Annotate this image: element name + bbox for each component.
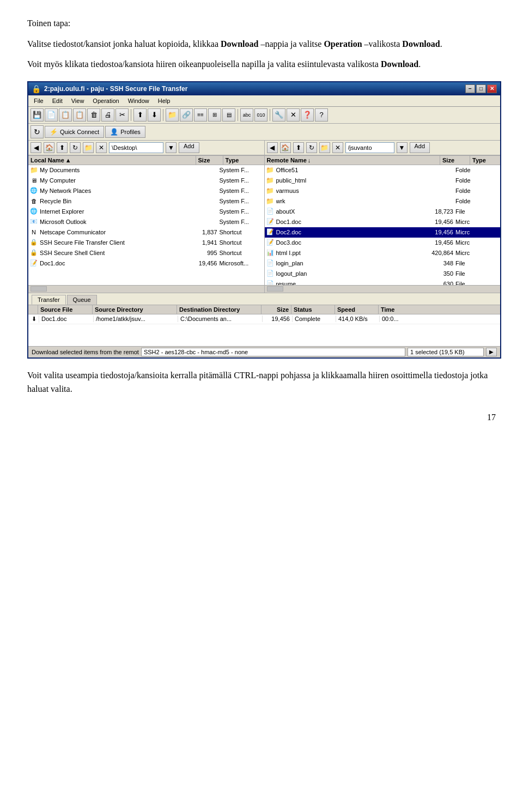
remote-home-btn[interactable]: 🏠 (280, 142, 291, 153)
list-item[interactable]: 🌐 Internet Explorer System F... (28, 207, 264, 217)
tab-transfer[interactable]: Transfer (32, 295, 66, 305)
local-refresh-btn[interactable]: ↻ (70, 142, 81, 153)
transfer-col-status[interactable]: Status (291, 305, 335, 314)
tb-close-btn[interactable]: ✕ (287, 108, 300, 122)
local-path-dropdown[interactable]: ▼ (166, 142, 177, 153)
list-item[interactable]: 📄 resume... 630 File (265, 279, 501, 285)
maximize-button[interactable]: □ (476, 84, 486, 93)
remote-refresh-btn[interactable]: ↻ (306, 142, 317, 153)
transfer-row[interactable]: ⬇ Doc1.doc /home1/atkk/jsuv... C:\Docume… (28, 314, 500, 324)
transfer-col-source-file[interactable]: Source File (38, 305, 93, 314)
transfer-col-time[interactable]: Time (379, 305, 411, 314)
tb-num-btn[interactable]: 010 (254, 108, 267, 122)
transfer-col-dest-dir[interactable]: Destination Directory (177, 305, 262, 314)
local-up-btn[interactable]: ⬆ (57, 142, 68, 153)
list-item[interactable]: wrk Folde (265, 196, 501, 207)
transfer-col-source-dir[interactable]: Source Directory (93, 305, 177, 314)
tb-print-btn[interactable]: 🖨 (101, 108, 114, 122)
list-item[interactable]: My Documents System F... (28, 165, 264, 175)
tb-link-btn[interactable]: 🔗 (180, 108, 193, 122)
remote-col-type[interactable]: Type (470, 156, 500, 165)
local-col-size[interactable]: Size (196, 156, 223, 165)
list-item[interactable]: public_html Folde (265, 175, 501, 186)
menu-edit[interactable]: Edit (49, 96, 66, 105)
transfer-col-speed[interactable]: Speed (335, 305, 379, 314)
menu-operation[interactable]: Operation (89, 96, 122, 105)
remote-hscroll[interactable] (265, 285, 501, 293)
tb-chart3-btn[interactable]: ▤ (222, 108, 235, 122)
doc1-icon: 📝 (29, 259, 38, 268)
paragraph-2: Voit myös klikata tiedostoa/kansiota hii… (27, 57, 496, 71)
remote-path-dropdown[interactable]: ▼ (397, 142, 408, 153)
list-item[interactable]: 🗑 Recycle Bin System F... (28, 196, 264, 207)
remote-delete-btn[interactable]: ✕ (332, 142, 343, 153)
menu-file[interactable]: File (31, 96, 47, 105)
local-path-input[interactable] (109, 142, 163, 153)
local-file-list[interactable]: My Documents System F... 🖥 My Computer S… (28, 165, 264, 285)
transfer-col-size[interactable]: Size (262, 305, 291, 314)
tb-up-btn[interactable]: ⬆ (133, 108, 147, 122)
tb-abc-btn[interactable]: abc (240, 108, 253, 122)
list-item[interactable]: 📝 Doc2.doc 19,456 Micrc (265, 227, 501, 238)
remote-back-btn[interactable]: ◀ (267, 142, 278, 153)
list-item[interactable]: varmuus Folde (265, 186, 501, 196)
tb-delete-btn[interactable]: 🗑 (87, 108, 100, 122)
list-item[interactable]: 🌐 My Network Places System F... (28, 186, 264, 196)
list-item[interactable]: Office51 Folde (265, 165, 501, 175)
tb-paste-btn[interactable]: 📋 (73, 108, 86, 122)
list-item[interactable]: 📄 login_plan 348 File (265, 258, 501, 269)
local-new-folder-btn[interactable]: 📁 (83, 142, 94, 153)
local-col-name[interactable]: Local Name ▲ (28, 156, 196, 165)
tb-help-btn[interactable]: ❓ (301, 108, 314, 122)
window-controls[interactable]: − □ ✕ (465, 84, 497, 93)
status-action-btn[interactable]: ▶ (486, 348, 497, 356)
remote-up-btn[interactable]: ⬆ (293, 142, 304, 153)
local-hscroll[interactable] (28, 285, 264, 293)
tb-help2-btn[interactable]: ? (315, 108, 328, 122)
remote-col-name[interactable]: Remote Name ↓ (265, 156, 441, 165)
remote-col-size[interactable]: Size (440, 156, 470, 165)
tb-save-btn[interactable]: 💾 (31, 108, 44, 122)
remote-new-folder-btn[interactable]: 📁 (319, 142, 330, 153)
menu-window[interactable]: Window (125, 96, 153, 105)
tb-chart1-btn[interactable]: ≡≡ (194, 108, 207, 122)
menu-view[interactable]: View (68, 96, 88, 105)
tb-refresh-icon[interactable]: ↻ (31, 125, 44, 138)
list-item[interactable]: 🔒 SSH Secure File Transfer Client 1,941 … (28, 238, 264, 248)
close-button[interactable]: ✕ (487, 84, 497, 93)
list-item[interactable]: 📝 Doc3.doc 19,456 Micrc (265, 238, 501, 248)
remote-path-input[interactable] (345, 142, 394, 153)
tb-folder-btn[interactable]: 📁 (166, 108, 179, 122)
remote-file-list[interactable]: Office51 Folde public_html Folde varmuus… (265, 165, 501, 285)
local-col-type[interactable]: Type (223, 156, 264, 165)
remote-hscroll-thumb[interactable] (267, 286, 283, 292)
tab-queue[interactable]: Queue (67, 295, 97, 305)
tb-down-btn[interactable]: ⬇ (148, 108, 161, 122)
tb-new-btn[interactable]: 📄 (45, 108, 58, 122)
local-back-btn[interactable]: ◀ (31, 142, 41, 153)
list-item[interactable]: 📊 html I.ppt 420,864 Micrc (265, 248, 501, 258)
list-item[interactable]: N Netscape Communicator 1,837 Shortcut (28, 227, 264, 238)
list-item[interactable]: 📝 Doc1.doc 19,456 Micrc (265, 217, 501, 227)
minimize-button[interactable]: − (465, 84, 475, 93)
list-item[interactable]: 📧 Microsoft Outlook System F... (28, 217, 264, 227)
tb-cut-btn[interactable]: ✂ (115, 108, 129, 122)
status-main-text: Download selected items from the remot (32, 349, 139, 355)
tb-chart2-btn[interactable]: ⊞ (208, 108, 221, 122)
menu-help[interactable]: Help (155, 96, 174, 105)
list-item[interactable]: 🖥 My Computer System F... (28, 175, 264, 186)
list-item[interactable]: 📄 aboutX 18,723 File (265, 207, 501, 217)
profiles-button[interactable]: 👤 Profiles (105, 126, 145, 138)
local-add-btn[interactable]: Add (179, 142, 199, 153)
list-item[interactable]: 📝 Doc1.doc 19,456 Microsoft... (28, 258, 264, 269)
quick-connect-button[interactable]: ⚡ Quick Connect (45, 126, 104, 138)
local-home-btn[interactable]: 🏠 (44, 142, 54, 153)
file-name: My Documents (40, 167, 187, 173)
tb-copy-btn[interactable]: 📋 (59, 108, 72, 122)
local-hscroll-thumb[interactable] (31, 286, 47, 292)
list-item[interactable]: 🔒 SSH Secure Shell Client 995 Shortcut (28, 248, 264, 258)
remote-add-btn[interactable]: Add (410, 142, 430, 153)
list-item[interactable]: 📄 logout_plan 350 File (265, 269, 501, 279)
local-delete-btn[interactable]: ✕ (96, 142, 107, 153)
tb-settings-btn[interactable]: 🔧 (272, 108, 285, 122)
